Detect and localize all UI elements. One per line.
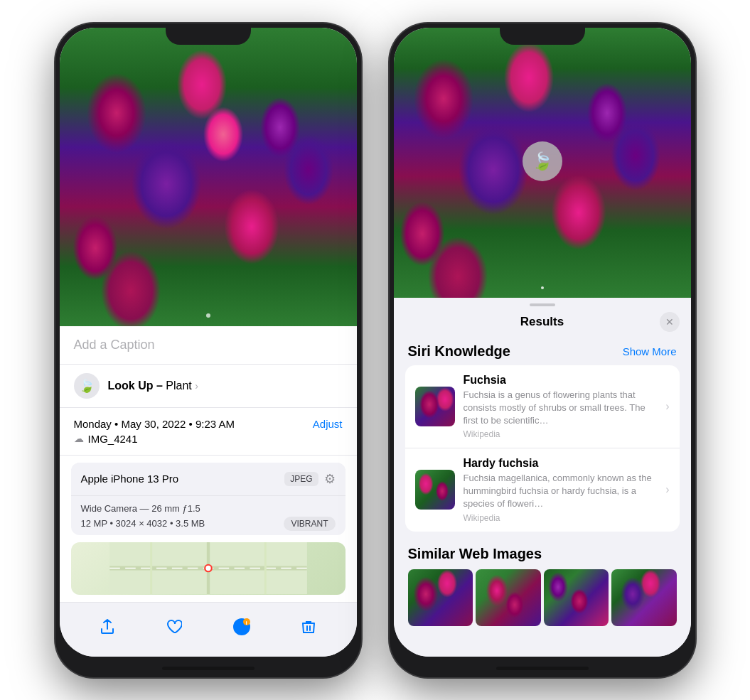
camera-specs: 12 MP • 3024 × 4032 • 3.5 MB [81, 518, 205, 529]
left-screen: Add a Caption 🍃 Look Up – Plant › Monday… [60, 28, 357, 657]
vibrant-badge: VIBRANT [284, 517, 335, 531]
trash-icon [301, 619, 316, 635]
img-name: IMG_4241 [88, 433, 138, 445]
knowledge-item-hardy[interactable]: Hardy fuchsia Fuchsia magellanica, commo… [405, 448, 680, 532]
hardy-thumb-img [415, 470, 455, 510]
info-icon: i [232, 618, 251, 636]
photo-area[interactable] [60, 28, 357, 326]
hardy-content: Hardy fuchsia Fuchsia magellanica, commo… [464, 457, 658, 523]
camera-line2: 12 MP • 3024 × 4032 • 3.5 MB VIBRANT [81, 517, 336, 531]
camera-line1: Wide Camera — 26 mm ƒ1.5 [81, 503, 336, 514]
caption-placeholder[interactable]: Add a Caption [74, 338, 155, 352]
svg-text:i: i [245, 619, 247, 625]
leaf-circle: 🍃 [74, 373, 100, 399]
trash-button[interactable] [293, 611, 324, 642]
close-button[interactable]: ✕ [660, 312, 680, 332]
similar-image-1[interactable] [408, 569, 473, 626]
device-section: Apple iPhone 13 Pro JPEG ⚙ Wide Camera —… [71, 463, 345, 536]
lookup-chevron-icon: › [195, 380, 198, 392]
results-sheet: Results ✕ Siri Knowledge Show More Fuchs… [394, 298, 691, 657]
adjust-button[interactable]: Adjust [313, 418, 343, 430]
leaf-icon: 🍃 [79, 378, 95, 394]
similar-title: Similar Web Images [408, 546, 677, 562]
lookup-row[interactable]: 🍃 Look Up – Plant › [60, 365, 357, 408]
right-screen: 🍃 Results ✕ Siri Knowledge Show More [394, 28, 691, 657]
device-row: Apple iPhone 13 Pro JPEG ⚙ [71, 463, 345, 496]
cloud-icon: ☁ [74, 433, 84, 444]
right-photo-area: 🍃 [394, 28, 691, 298]
results-header: Results ✕ [394, 306, 691, 335]
camera-info: Wide Camera — 26 mm ƒ1.5 12 MP • 3024 × … [71, 496, 345, 536]
fuchsia-desc: Fuchsia is a genus of flowering plants t… [464, 389, 658, 428]
fuchsia-content: Fuchsia Fuchsia is a genus of flowering … [464, 374, 658, 440]
device-badges: JPEG ⚙ [284, 471, 335, 487]
results-title: Results [520, 315, 564, 329]
knowledge-item-fuchsia[interactable]: Fuchsia Fuchsia is a genus of flowering … [405, 365, 680, 449]
heart-button[interactable] [159, 611, 190, 642]
knowledge-card: Fuchsia Fuchsia is a genus of flowering … [405, 365, 680, 532]
info-button[interactable]: i [226, 611, 257, 642]
hardy-thumbnail [415, 470, 455, 510]
photo-dot [206, 313, 210, 318]
heart-icon [166, 619, 182, 635]
metadata-section: Monday • May 30, 2022 • 9:23 AM Adjust ☁… [60, 408, 357, 456]
lookup-bold-label: Look Up – [108, 379, 163, 392]
map-preview[interactable] [71, 542, 345, 594]
fuchsia-thumbnail [415, 387, 455, 426]
home-indicator-right [496, 667, 589, 670]
similar-image-3[interactable] [544, 569, 609, 626]
siri-dot [541, 286, 544, 289]
date-text: Monday • May 30, 2022 • 9:23 AM [74, 418, 235, 430]
notch [166, 23, 251, 45]
hardy-source: Wikipedia [464, 513, 658, 523]
fuchsia-source: Wikipedia [464, 429, 658, 439]
siri-knowledge-header: Siri Knowledge Show More [394, 335, 691, 365]
photo-flowers [60, 28, 357, 326]
similar-images [408, 569, 677, 626]
siri-knowledge-title: Siri Knowledge [408, 343, 510, 360]
right-phone: 🍃 Results ✕ Siri Knowledge Show More [390, 23, 695, 677]
lookup-rest-label: Plant [166, 379, 191, 392]
jpeg-badge: JPEG [284, 472, 318, 486]
svg-point-10 [239, 624, 245, 630]
share-button[interactable] [92, 611, 123, 642]
similar-section: Similar Web Images [394, 534, 691, 632]
similar-image-2[interactable] [476, 569, 541, 626]
lookup-text: Look Up – Plant › [108, 379, 198, 392]
show-more-button[interactable]: Show More [623, 345, 677, 357]
hardy-name: Hardy fuchsia [464, 457, 658, 470]
toolbar: i [60, 602, 357, 657]
map-svg [71, 542, 345, 594]
siri-badge: 🍃 [523, 141, 562, 181]
fuchsia-name: Fuchsia [464, 374, 658, 387]
siri-leaf-icon: 🍃 [532, 151, 553, 171]
hardy-chevron-icon: › [665, 483, 669, 496]
home-indicator-left [162, 667, 255, 670]
device-name: Apple iPhone 13 Pro [81, 473, 179, 485]
notch-right [500, 23, 585, 45]
settings-icon: ⚙ [324, 471, 336, 487]
share-icon [100, 619, 115, 635]
hardy-desc: Fuchsia magellanica, commonly known as t… [464, 472, 658, 511]
similar-image-4[interactable] [611, 569, 677, 626]
svg-point-8 [205, 566, 210, 571]
caption-area[interactable]: Add a Caption [60, 326, 357, 365]
left-phone: Add a Caption 🍃 Look Up – Plant › Monday… [55, 23, 361, 677]
fuchsia-thumb-img [415, 387, 455, 426]
fuchsia-chevron-icon: › [665, 400, 669, 413]
